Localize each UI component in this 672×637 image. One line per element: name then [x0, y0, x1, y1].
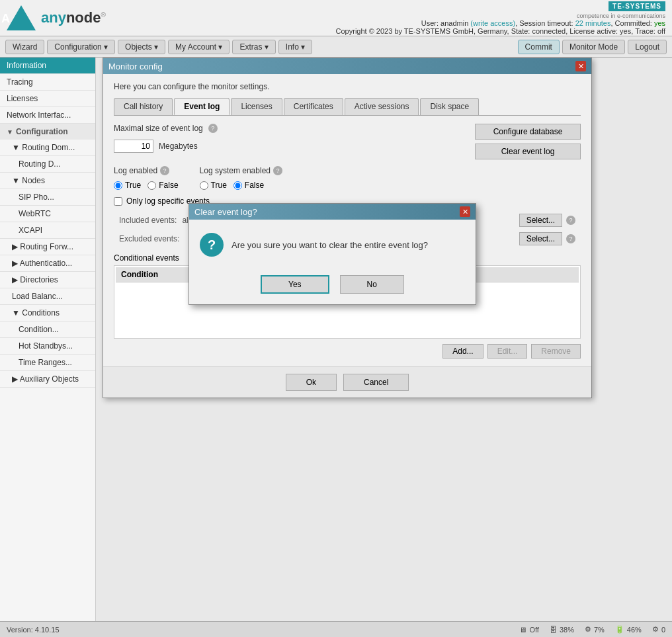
status-memory: 🔋 46% — [615, 625, 642, 634]
confirm-message: Are you sure you want to clear the entir… — [231, 240, 428, 250]
dialog-title: Monitor config — [108, 62, 163, 71]
dialog-footer: Ok Cancel — [103, 366, 591, 398]
sidebar-item-routing-d[interactable]: Routing D... — [0, 156, 95, 173]
nav-my-account[interactable]: My Account ▾ — [168, 40, 230, 54]
sidebar-item-auxiliary[interactable]: ▶ Auxiliary Objects — [0, 371, 95, 388]
log-enabled-true-option[interactable]: True — [114, 181, 141, 190]
tab-disk-space[interactable]: Disk space — [420, 98, 479, 115]
sidebar-item-routing-forw[interactable]: ▶ Routing Forw... — [0, 239, 95, 255]
confirm-dialog: Clear event log? ✕ ? Are you sure you wa… — [189, 203, 476, 305]
edit-button[interactable]: Edit... — [487, 344, 528, 359]
header: A anynode® TE-SYSTEMS competence in e-co… — [0, 0, 672, 36]
sidebar-item-load-balancer[interactable]: Load Balanc... — [0, 288, 95, 305]
header-right: TE-SYSTEMS competence in e-communication… — [336, 1, 665, 35]
max-size-input[interactable] — [114, 140, 153, 153]
cpu-label: 7% — [594, 626, 605, 634]
help-icon-log-enabled[interactable]: ? — [160, 166, 169, 175]
max-size-unit: Megabytes — [159, 142, 198, 151]
remove-button[interactable]: Remove — [531, 344, 581, 359]
sidebar-item-tracing[interactable]: Tracing — [0, 74, 95, 91]
tab-call-history[interactable]: Call history — [114, 98, 173, 115]
database-icon: 🗄 — [550, 626, 557, 634]
sidebar-item-information[interactable]: Information — [0, 58, 95, 74]
log-enabled-label: Log enabled — [114, 166, 157, 175]
status-right: 🖥 Off 🗄 38% ⚙ 7% 🔋 46% ⚙ 0 — [519, 625, 665, 634]
copyright: Copyright © 2023 by TE-SYSTEMS GmbH, Ger… — [336, 27, 665, 35]
content-area: Monitor config ✕ Here you can configure … — [96, 58, 672, 621]
confirm-no-button[interactable]: No — [340, 275, 404, 294]
log-system-true-option[interactable]: True — [200, 181, 227, 190]
sidebar-item-licenses[interactable]: Licenses — [0, 91, 95, 107]
ok-button[interactable]: Ok — [286, 374, 337, 391]
sidebar-item-routing-dom[interactable]: ▼ Routing Dom... — [0, 140, 95, 156]
help-icon-log-system[interactable]: ? — [273, 166, 282, 175]
sidebar-item-webrtc[interactable]: WebRTC — [0, 206, 95, 222]
btn-right-group: Configure database Clear event log — [475, 124, 581, 159]
sidebar-item-condition[interactable]: Condition... — [0, 321, 95, 338]
sidebar-item-xcapi[interactable]: XCAPI — [0, 222, 95, 239]
navbar: Wizard Configuration ▾ Objects ▾ My Acco… — [0, 36, 672, 58]
sidebar-item-authentication[interactable]: ▶ Authenticatio... — [0, 255, 95, 272]
sidebar-item-conditions-section[interactable]: ▼ Conditions — [0, 305, 95, 321]
cpu-icon: ⚙ — [585, 625, 591, 634]
help-icon-included[interactable]: ? — [566, 216, 575, 225]
dialog-close-button[interactable]: ✕ — [575, 61, 586, 71]
nav-info[interactable]: Info ▾ — [278, 40, 312, 54]
nav-monitor-mode[interactable]: Monitor Mode — [562, 40, 625, 54]
memory-icon: 🔋 — [615, 625, 624, 634]
status-monitor: 🖥 Off — [519, 626, 538, 634]
confirm-close-button[interactable]: ✕ — [460, 206, 470, 217]
nav-logout[interactable]: Logout — [628, 40, 667, 54]
vendor-sub: competence in e-communications — [336, 13, 665, 19]
nav-commit[interactable]: Commit — [518, 40, 560, 54]
nav-configuration[interactable]: Configuration ▾ — [47, 40, 115, 54]
status-database: 🗄 38% — [550, 626, 574, 634]
included-select-button[interactable]: Select... — [519, 214, 562, 227]
logo-icon: A — [7, 5, 36, 30]
confirm-title: Clear event log? — [194, 207, 257, 217]
logo-area: A anynode® — [7, 5, 106, 30]
sidebar-item-sip-phone[interactable]: SIP Pho... — [0, 189, 95, 206]
confirm-body: ? Are you sure you want to clear the ent… — [189, 220, 476, 270]
help-icon-excluded[interactable]: ? — [566, 234, 575, 243]
nav-extras[interactable]: Extras ▾ — [232, 40, 275, 54]
dialog-intro: Here you can configure the monitor setti… — [114, 82, 581, 91]
session-info: User: anadmin (write access), Session ti… — [336, 19, 665, 27]
te-systems-badge: TE-SYSTEMS competence in e-communication… — [336, 1, 665, 19]
nav-objects[interactable]: Objects ▾ — [118, 40, 165, 54]
excluded-events-label: Excluded events: — [119, 234, 179, 243]
log-system-radio: True False — [200, 181, 282, 190]
status-settings: ⚙ 0 — [652, 625, 665, 634]
log-system-col: Log system enabled ? True Fal — [200, 166, 282, 190]
log-enabled-false-option[interactable]: False — [147, 181, 178, 190]
excluded-select-button[interactable]: Select... — [519, 232, 562, 245]
database-label: 38% — [560, 626, 574, 634]
tab-active-sessions[interactable]: Active sessions — [345, 98, 419, 115]
status-cpu: ⚙ 7% — [585, 625, 605, 634]
tab-bar: Call history Event log Licenses Certific… — [114, 98, 581, 116]
configure-database-button[interactable]: Configure database — [475, 124, 581, 140]
sidebar-section-configuration[interactable]: ▼ Configuration — [0, 124, 95, 140]
max-size-input-row: Megabytes — [114, 140, 218, 153]
log-system-label: Log system enabled — [200, 166, 271, 175]
radio-groups: Log enabled ? True False — [114, 166, 581, 190]
status-bar: Version: 4.10.15 🖥 Off 🗄 38% ⚙ 7% 🔋 46% … — [0, 621, 672, 637]
tab-certificates[interactable]: Certificates — [284, 98, 343, 115]
sidebar-item-directories[interactable]: ▶ Directories — [0, 272, 95, 288]
sidebar-item-time-ranges[interactable]: Time Ranges... — [0, 355, 95, 371]
add-button[interactable]: Add... — [442, 344, 483, 359]
app-title: anynode® — [41, 9, 106, 26]
only-log-specific-checkbox[interactable] — [114, 197, 122, 206]
help-icon-maxsize[interactable]: ? — [208, 124, 218, 133]
cancel-button[interactable]: Cancel — [343, 374, 409, 391]
tab-event-log[interactable]: Event log — [174, 98, 230, 115]
clear-event-log-button[interactable]: Clear event log — [475, 144, 581, 159]
sidebar-item-hot-standby[interactable]: Hot Standbys... — [0, 338, 95, 355]
tab-licenses[interactable]: Licenses — [231, 98, 282, 115]
confirm-yes-button[interactable]: Yes — [261, 275, 329, 294]
log-system-false-option[interactable]: False — [233, 181, 264, 190]
sidebar-item-network-interfaces[interactable]: Network Interfac... — [0, 107, 95, 124]
confirm-buttons: Yes No — [189, 270, 476, 304]
sidebar-item-nodes[interactable]: ▼ Nodes — [0, 173, 95, 189]
nav-wizard[interactable]: Wizard — [5, 40, 44, 54]
